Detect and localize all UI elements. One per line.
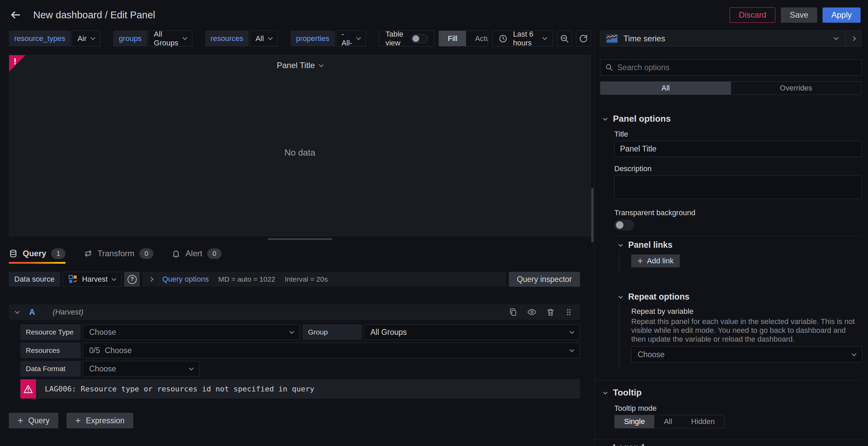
panel-resize-handle[interactable]	[268, 238, 332, 240]
repeat-description: Repeat this panel for each value in the …	[631, 317, 862, 344]
tab-alert[interactable]: Alert 0	[172, 247, 221, 260]
chevron-down-icon	[268, 35, 273, 40]
panel-title-input[interactable]	[614, 141, 862, 157]
repeat-variable-select[interactable]: Choose	[631, 346, 862, 363]
panel-options-section-header[interactable]: Panel options	[604, 114, 862, 124]
tab-query[interactable]: Query 1	[9, 247, 65, 260]
select-placeholder: Choose	[89, 328, 116, 337]
table-view-toggle[interactable]	[411, 34, 428, 43]
max-data-points-info: MD = auto = 1022	[218, 275, 275, 283]
variable-value-dropdown[interactable]: All Groups	[148, 31, 192, 46]
left-pane-scrollbar-thumb[interactable]	[591, 188, 594, 242]
dashboard-toolbar: resource_types Air groups All Groups res…	[9, 31, 591, 46]
tab-count-badge: 0	[207, 248, 221, 259]
delete-query-trash-icon[interactable]	[546, 308, 555, 317]
chevron-right-icon	[851, 36, 856, 41]
zoom-out-time-button[interactable]	[557, 31, 572, 46]
time-series-chart-icon	[606, 34, 618, 43]
select-value: All Groups	[370, 328, 407, 337]
save-button[interactable]: Save	[781, 7, 817, 23]
hide-query-eye-icon[interactable]	[527, 307, 537, 317]
tooltip-section-header[interactable]: Tooltip	[604, 387, 862, 398]
variable-value-dropdown[interactable]: -All-	[336, 31, 366, 46]
query-options-link: Query options	[162, 275, 209, 284]
resource-type-select[interactable]: Choose	[83, 324, 300, 340]
filter-tab-all[interactable]: All	[600, 82, 731, 95]
chevron-down-icon	[542, 35, 547, 40]
add-link-button[interactable]: + Add link	[631, 255, 680, 267]
tab-count-badge: 0	[139, 248, 153, 259]
datasource-picker[interactable]: Harvest	[63, 272, 122, 287]
clock-icon	[499, 34, 507, 43]
tooltip-mode-all[interactable]: All	[654, 415, 681, 428]
page-title: New dashboard / Edit Panel	[33, 9, 155, 21]
tab-label: Query	[23, 249, 46, 258]
transform-icon	[84, 249, 93, 258]
group-select[interactable]: All Groups	[364, 324, 580, 340]
transparent-background-label: Transparent background	[614, 208, 862, 217]
section-divider	[614, 236, 862, 237]
fill-option[interactable]: Fill	[439, 31, 466, 46]
variable-label: groups	[113, 31, 147, 46]
panel-links-section-header[interactable]: Panel links	[619, 240, 862, 250]
data-format-row: Data Format Choose	[20, 361, 580, 377]
add-query-button[interactable]: + Query	[9, 413, 58, 428]
chevron-down-icon	[618, 294, 623, 299]
variable-value: Air	[77, 34, 86, 43]
data-format-select[interactable]: Choose	[83, 361, 199, 377]
add-query-label: Query	[28, 416, 50, 425]
tooltip-mode-single[interactable]: Single	[615, 415, 654, 428]
table-view-control: Table view	[379, 31, 435, 46]
chevron-down-icon	[570, 329, 574, 333]
apply-button[interactable]: Apply	[823, 7, 861, 23]
harvest-datasource-icon	[69, 275, 77, 284]
discard-button[interactable]: Discard	[730, 7, 775, 23]
tab-label: Transform	[98, 249, 134, 258]
section-divider	[595, 380, 862, 381]
variable-value-dropdown[interactable]: All	[250, 31, 277, 46]
filter-tab-overrides[interactable]: Overrides	[731, 82, 862, 95]
refresh-button[interactable]	[576, 31, 591, 46]
select-placeholder: Choose	[105, 346, 132, 355]
collapse-chevron-icon[interactable]	[15, 309, 20, 313]
repeat-options-section-header[interactable]: Repeat options	[619, 292, 862, 302]
tab-count-badge: 1	[51, 248, 65, 259]
collapse-options-pane-button[interactable]	[845, 31, 861, 46]
panel-title-menu[interactable]: Panel Title	[9, 61, 591, 70]
description-field-label: Description	[614, 164, 862, 173]
variable-value: All Groups	[154, 30, 178, 47]
visualization-picker[interactable]: Time series	[600, 31, 845, 46]
variable-label: resources	[205, 31, 249, 46]
actual-option[interactable]: Actual	[466, 31, 488, 46]
add-link-label: Add link	[647, 257, 673, 265]
chevron-down-icon	[356, 35, 361, 40]
repeat-options-body: Repeat by variable Repeat this panel for…	[619, 302, 862, 367]
time-range-picker[interactable]: Last 6 hours	[492, 31, 553, 46]
legend-section-header[interactable]: Legend	[604, 442, 862, 446]
left-pane: resource_types Air groups All Groups res…	[0, 30, 594, 446]
resource-type-row: Resource Type Choose Group All Groups	[20, 324, 580, 340]
drag-handle-grip-icon[interactable]	[564, 308, 573, 317]
query-row-header[interactable]: A (Harvest)	[9, 304, 580, 320]
tab-transform[interactable]: Transform 0	[84, 247, 154, 260]
query-inspector-button[interactable]: Query inspector	[509, 272, 580, 287]
panel-options-body: Title Description Transparent background	[614, 130, 862, 237]
variable-label: properties	[291, 31, 335, 46]
group-label: Group	[303, 324, 362, 340]
options-search-input[interactable]	[617, 63, 856, 72]
resources-row: Resources 0/5 Choose	[20, 343, 580, 358]
resources-select[interactable]: 0/5 Choose	[83, 343, 580, 358]
panel-description-textarea[interactable]	[614, 175, 862, 199]
variable-value-dropdown[interactable]: Air	[72, 31, 100, 46]
datasource-help-button[interactable]: +?	[124, 272, 140, 287]
chevron-down-icon	[319, 62, 324, 67]
section-title: Panel links	[628, 240, 673, 250]
duplicate-query-icon[interactable]	[509, 308, 518, 317]
back-arrow-button[interactable]	[7, 7, 24, 23]
add-expression-button[interactable]: + Expression	[66, 413, 133, 428]
tab-label: Alert	[186, 249, 202, 258]
transparent-background-toggle[interactable]	[614, 220, 634, 230]
tooltip-mode-hidden[interactable]: Hidden	[682, 415, 725, 428]
options-sidebar: Time series All Overrides Panel options …	[594, 30, 868, 446]
query-options-bar[interactable]: Query options MD = auto = 1022 Interval …	[142, 272, 506, 287]
